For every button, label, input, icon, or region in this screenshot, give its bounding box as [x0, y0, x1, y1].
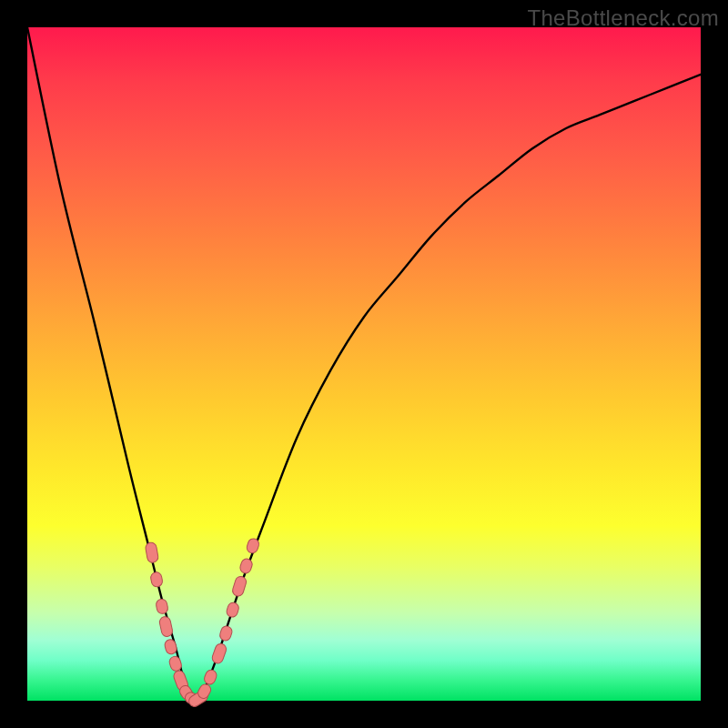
curve-marker: [150, 571, 164, 588]
watermark-text: TheBottleneck.com: [527, 5, 719, 31]
chart-svg: [27, 27, 701, 701]
curve-marker: [231, 575, 248, 598]
chart-frame: TheBottleneck.com: [0, 0, 728, 728]
curve-marker: [238, 558, 253, 575]
curve-marker: [226, 602, 240, 619]
curve-marker: [164, 639, 178, 655]
curve-marker: [211, 642, 228, 665]
curve-marker: [145, 541, 159, 563]
marker-group: [145, 537, 260, 708]
bottleneck-curve: [27, 27, 701, 701]
curve-marker: [156, 598, 169, 614]
curve-marker: [203, 668, 218, 685]
curve-group: [27, 27, 701, 701]
curve-marker: [158, 616, 173, 638]
curve-marker: [218, 625, 233, 642]
